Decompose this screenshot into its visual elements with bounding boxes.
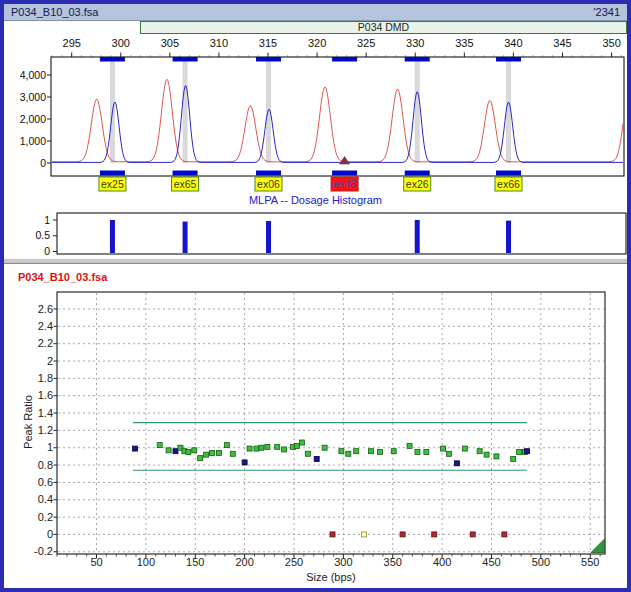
ratio-tick-label: 1.6 — [38, 389, 53, 401]
title-bar[interactable]: P034_B10_03.fsa '2341 — [4, 4, 627, 21]
dosage-histogram-frame — [57, 213, 626, 254]
ruler-tick-label: 320 — [308, 37, 326, 49]
title-bar-badge: '2341 — [593, 6, 620, 18]
dosage-tick-label: 0.5 — [35, 229, 50, 241]
dosage-bar — [266, 221, 271, 253]
exon-label-ex06[interactable]: ex06 — [255, 177, 282, 191]
scatter-point — [369, 449, 374, 454]
exon-label-text: ex65 — [174, 178, 197, 190]
scatter-point — [525, 449, 530, 454]
scatter-point — [198, 456, 203, 461]
scatter-point — [166, 448, 171, 453]
scatter-point — [354, 449, 359, 454]
ratio-tick-label: -0.2 — [34, 545, 53, 557]
scatter-point — [265, 444, 270, 449]
exon-label-ex26[interactable]: ex26 — [404, 177, 431, 191]
ratio-tick-label: 2.4 — [38, 320, 53, 332]
intensity-tick-label: 0 — [40, 157, 46, 169]
scatter-point — [282, 447, 287, 452]
scatter-point — [230, 451, 235, 456]
ratio-tick-label: 2.6 — [38, 303, 53, 315]
scatter-point — [224, 443, 229, 448]
scatter-point — [362, 532, 367, 537]
scatter-point — [254, 446, 259, 451]
scatter-point — [339, 449, 344, 454]
dosage-bar — [415, 220, 420, 253]
intensity-tick-label: 1,000 — [20, 135, 46, 147]
scatter-point — [346, 451, 351, 456]
ratio-tick-label: 2.2 — [38, 337, 53, 349]
scatter-point — [133, 446, 138, 451]
scatter-point — [157, 443, 162, 448]
ratio-tick-label: 1 — [47, 441, 53, 453]
window-title: P034_B10_03.fsa — [11, 6, 98, 18]
scatter-point — [377, 450, 382, 455]
dosage-bar — [110, 220, 115, 253]
peak-ratio-plot[interactable]: 2.62.42.221.81.61.41.210.80.60.40.20-0.2… — [34, 292, 605, 568]
exon-label-ex48[interactable]: ex48 — [331, 177, 358, 191]
dosage-tick-label: 0 — [44, 245, 50, 257]
scatter-point — [204, 452, 209, 457]
ruler-tick-label: 330 — [406, 37, 424, 49]
ruler-tick-label: 305 — [161, 37, 179, 49]
exon-label-ex65[interactable]: ex65 — [172, 177, 199, 191]
exon-label-ex66[interactable]: ex66 — [495, 177, 522, 191]
dosage-bar — [506, 221, 511, 253]
scatter-point — [216, 450, 221, 455]
scatter-point — [400, 532, 405, 537]
scatter-point — [192, 448, 197, 453]
exon-label-text: ex66 — [497, 178, 520, 190]
scatter-point — [447, 451, 452, 456]
ruler-tick-label: 295 — [63, 37, 81, 49]
scatter-point — [391, 449, 396, 454]
dosage-histogram[interactable]: 10.50 — [35, 213, 626, 257]
probe-highlight-band — [183, 58, 188, 163]
intensity-tick-label: 2,000 — [20, 113, 46, 125]
scatter-point — [242, 460, 247, 465]
peak-ratio-axis-label: Peak Ratio — [22, 362, 34, 482]
probe-marker-top — [405, 57, 430, 62]
size-ruler: 295300305310315320325330335340345350 — [52, 37, 621, 57]
scatter-point — [494, 454, 499, 459]
intensity-tick-label: 4,000 — [20, 69, 46, 81]
ruler-tick-label: 325 — [357, 37, 375, 49]
sample-trace — [52, 86, 623, 162]
probe-marker-top — [100, 57, 125, 62]
probe-marker-top — [256, 57, 281, 62]
scatter-point — [470, 532, 475, 537]
scatter-point — [173, 449, 178, 454]
ruler-tick-label: 345 — [553, 37, 571, 49]
ratio-tick-label: 0 — [47, 528, 53, 540]
charts-canvas[interactable]: 29530030531031532032533033534034535001,0… — [0, 0, 631, 592]
probe-highlight-band — [415, 58, 420, 163]
panel-header: P034 DMD — [140, 21, 627, 34]
probe-marker-bottom — [100, 171, 125, 176]
scatter-point — [441, 446, 446, 451]
ratio-tick-label: 0.4 — [38, 493, 53, 505]
scatter-point — [454, 461, 459, 466]
probe-marker-top — [496, 57, 521, 62]
probe-marker-bottom — [405, 171, 430, 176]
scatter-point — [517, 450, 522, 455]
resize-handle-icon[interactable] — [591, 539, 605, 553]
exon-label-ex25[interactable]: ex25 — [99, 177, 126, 191]
exon-label-text: ex06 — [257, 178, 280, 190]
scatter-point — [299, 440, 304, 445]
panel-header-label: P034 DMD — [358, 21, 409, 33]
ratio-tick-label: 0.8 — [38, 459, 53, 471]
reference-trace — [52, 79, 623, 162]
scatter-point — [322, 445, 327, 450]
ratio-tick-label: 1.8 — [38, 372, 53, 384]
exon-label-text: ex48 — [333, 178, 356, 190]
ruler-tick-label: 340 — [504, 37, 522, 49]
size-axis-label: Size (bps) — [57, 571, 605, 583]
electropherogram[interactable]: 29530030531031532032533033534034535001,0… — [20, 37, 624, 191]
scatter-point — [511, 456, 516, 461]
scatter-point — [424, 450, 429, 455]
scatter-point — [259, 445, 264, 450]
scatter-point — [407, 443, 412, 448]
ruler-tick-label: 300 — [112, 37, 130, 49]
scatter-point — [415, 450, 420, 455]
scatter-point — [314, 456, 319, 461]
probe-marker-bottom — [173, 171, 198, 176]
